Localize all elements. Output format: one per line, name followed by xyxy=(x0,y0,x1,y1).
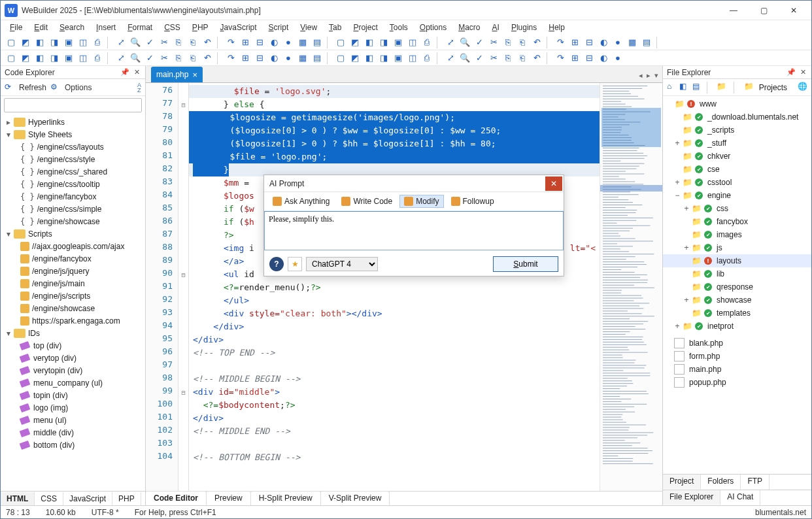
ft-folder[interactable]: 📁cse xyxy=(663,163,811,176)
ai-action-ask-anything[interactable]: Ask Anything xyxy=(268,195,334,208)
toolbar-btn-tb2-36[interactable]: ⊞ xyxy=(568,52,581,65)
rtabs1-folders[interactable]: Folders xyxy=(701,475,741,490)
menu-edit[interactable]: Edit xyxy=(29,22,53,33)
toolbar-btn-tb1-23[interactable]: ◧ xyxy=(363,36,376,49)
toolbar-btn-tb1-34[interactable]: ↶ xyxy=(530,36,543,49)
search-input[interactable] xyxy=(4,98,142,112)
toolbar-btn-tb1-29[interactable]: 🔍 xyxy=(458,36,471,49)
toolbar-btn-tb2-20[interactable]: ▤ xyxy=(311,52,324,65)
menu-tab[interactable]: Tab xyxy=(324,22,347,33)
toolbar-btn-tb1-35[interactable]: ↷ xyxy=(554,36,567,49)
ft-folder[interactable]: 📁_download.blumentals.net xyxy=(663,110,811,124)
options-label[interactable]: Options xyxy=(65,83,92,92)
toolbar-btn-tb1-39[interactable]: ● xyxy=(611,36,624,49)
toolbar-btn-tb1-17[interactable]: ◐ xyxy=(267,36,280,49)
toolbar-btn-tb1-1[interactable]: ◩ xyxy=(19,36,32,49)
menu-css[interactable]: CSS xyxy=(159,22,186,33)
ft-file[interactable]: blank.php xyxy=(663,337,811,350)
menu-tools[interactable]: Tools xyxy=(384,22,413,33)
toolbar-btn-tb2-37[interactable]: ⊟ xyxy=(583,52,596,65)
toolbar-btn-tb1-36[interactable]: ⊞ xyxy=(568,36,581,49)
nav-icon[interactable]: ◧ xyxy=(679,82,686,93)
ce-node[interactable]: { }/engine/css/tooltip xyxy=(1,178,145,190)
toolbar-btn-tb1-26[interactable]: ◫ xyxy=(406,36,419,49)
toolbar-btn-tb2-13[interactable]: ↶ xyxy=(201,52,214,65)
ce-node[interactable]: /engine/js/scripts xyxy=(1,290,145,302)
ce-node[interactable]: menu_company (ul) xyxy=(1,377,145,389)
ft-file[interactable]: main.php xyxy=(663,363,811,376)
ft-folder[interactable]: +📁inetprot xyxy=(663,320,811,333)
globe-icon[interactable]: 🌐 xyxy=(798,82,807,93)
toolbar-btn-tb1-0[interactable]: ▢ xyxy=(5,36,18,49)
toolbar-btn-tb2-2[interactable]: ◧ xyxy=(33,52,46,65)
sort-icon[interactable]: AZ xyxy=(137,82,141,93)
menu-macro[interactable]: Macro xyxy=(453,22,485,33)
toolbar-btn-tb1-8[interactable]: 🔍 xyxy=(129,36,142,49)
ai-model-select[interactable]: ChatGPT 4 xyxy=(306,257,378,271)
ft-folder[interactable]: 📁images xyxy=(663,228,811,241)
ce-node[interactable]: { }/engine/css/_shared xyxy=(1,165,145,178)
lang-tab-javascript[interactable]: JavaScript xyxy=(63,492,112,505)
maximize-button[interactable]: ▢ xyxy=(749,1,779,20)
menu-help[interactable]: Help xyxy=(543,22,570,33)
ai-prompt-textarea[interactable] xyxy=(264,211,564,250)
code-editor[interactable]: 7677787980818283848586878889909192939495… xyxy=(146,83,662,491)
toolbar-btn-tb1-40[interactable]: ▦ xyxy=(626,36,639,49)
toolbar-btn-tb2-24[interactable]: ◨ xyxy=(377,52,390,65)
ai-submit-button[interactable]: Submit xyxy=(493,256,558,272)
toolbar-btn-tb2-25[interactable]: ▣ xyxy=(392,52,405,65)
toolbar-btn-tb1-21[interactable]: ▢ xyxy=(334,36,347,49)
lang-tab-html[interactable]: HTML xyxy=(1,492,35,505)
ce-node[interactable]: ▾Scripts xyxy=(1,227,145,240)
refresh-label[interactable]: Refresh xyxy=(19,83,46,92)
ce-node[interactable]: /engine/js/main xyxy=(1,277,145,290)
tab-next-icon[interactable]: ▸ xyxy=(647,71,651,80)
code-explorer-tree[interactable]: ▸Hyperlinks▾Style Sheets{ }/engine/css/l… xyxy=(1,114,145,491)
toolbar-btn-tb1-37[interactable]: ⊟ xyxy=(583,36,596,49)
toolbar-btn-tb1-3[interactable]: ◨ xyxy=(48,36,61,49)
toolbar-btn-tb2-0[interactable]: ▢ xyxy=(5,52,18,65)
toolbar-btn-tb1-30[interactable]: ✓ xyxy=(473,36,486,49)
rtabs1-project[interactable]: Project xyxy=(663,475,701,490)
toolbar-btn-tb2-16[interactable]: ⊟ xyxy=(253,52,266,65)
ce-node[interactable]: verytop (div) xyxy=(1,352,145,364)
toolbar-btn-tb1-5[interactable]: ◫ xyxy=(76,36,90,49)
toolbar-btn-tb2-22[interactable]: ◩ xyxy=(348,52,362,65)
ce-node[interactable]: { }/engine/fancybox xyxy=(1,190,145,203)
ce-node[interactable]: https://spark.engaga.com xyxy=(1,314,145,327)
ai-favorite-icon[interactable]: ★ xyxy=(288,257,302,271)
menu-view[interactable]: View xyxy=(295,22,322,33)
folder-icon[interactable]: 📁 xyxy=(717,82,726,93)
toolbar-btn-tb2-21[interactable]: ▢ xyxy=(334,52,347,65)
toolbar-btn-tb1-7[interactable]: ⤢ xyxy=(114,36,127,49)
refresh-icon[interactable]: ⟳ xyxy=(5,82,15,93)
menu-php[interactable]: PHP xyxy=(187,22,214,33)
toolbar-btn-tb2-33[interactable]: ⎗ xyxy=(516,52,529,65)
toolbar-btn-tb2-23[interactable]: ◧ xyxy=(363,52,376,65)
toolbar-btn-tb1-25[interactable]: ▣ xyxy=(392,36,405,49)
panel-close-icon[interactable]: ✕ xyxy=(798,68,807,77)
ce-node[interactable]: { }/engine/css/style xyxy=(1,153,145,165)
toolbar-btn-tb2-32[interactable]: ⎘ xyxy=(501,52,515,65)
toolbar-btn-tb1-10[interactable]: ✂ xyxy=(158,36,171,49)
ft-folder[interactable]: −📁engine xyxy=(663,189,811,202)
minimap-viewport[interactable] xyxy=(600,185,662,192)
toolbar-btn-tb1-24[interactable]: ◨ xyxy=(377,36,390,49)
toolbar-btn-tb2-35[interactable]: ↷ xyxy=(554,52,567,65)
ft-file[interactable]: popup.php xyxy=(663,376,811,389)
toolbar-btn-tb1-16[interactable]: ⊟ xyxy=(253,36,266,49)
editor-tab-h-split-preview[interactable]: H-Split Preview xyxy=(251,491,321,505)
toolbar-btn-tb2-9[interactable]: ✓ xyxy=(143,52,156,65)
toolbar-btn-tb1-32[interactable]: ⎘ xyxy=(501,36,515,49)
toolbar-btn-tb1-31[interactable]: ✂ xyxy=(487,36,500,49)
toolbar-btn-tb2-27[interactable]: ⎙ xyxy=(420,52,433,65)
ai-action-write-code[interactable]: Write Code xyxy=(337,195,397,208)
menu-file[interactable]: File xyxy=(5,22,27,33)
ft-folder[interactable]: +📁css xyxy=(663,202,811,215)
pin-icon[interactable]: 📌 xyxy=(787,68,796,77)
toolbar-btn-tb1-12[interactable]: ⎗ xyxy=(186,36,199,49)
toolbar-btn-tb2-38[interactable]: ◐ xyxy=(597,52,610,65)
toolbar-btn-tb2-6[interactable]: ⎙ xyxy=(91,52,104,65)
menu-javascript[interactable]: JavaScript xyxy=(215,22,262,33)
toolbar-btn-tb1-19[interactable]: ▦ xyxy=(296,36,309,49)
